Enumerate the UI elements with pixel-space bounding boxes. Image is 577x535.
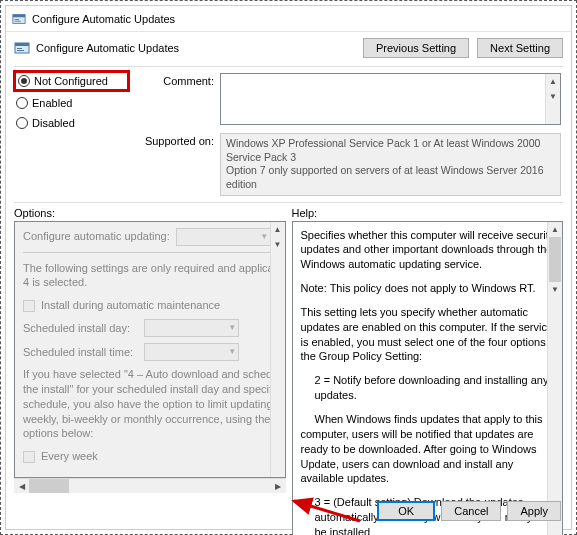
state-row: Not Configured Enabled Disabled Comment:… — [6, 69, 571, 198]
scroll-down-icon[interactable]: ▼ — [546, 89, 560, 104]
highlight-box: Not Configured — [13, 70, 130, 92]
configure-updating-row: Configure automatic updating: — [23, 228, 281, 246]
scrollbar-vertical[interactable]: ▲ ▼ — [547, 222, 562, 535]
scroll-down-icon[interactable]: ▼ — [548, 282, 562, 297]
scroll-up-icon[interactable]: ▲ — [271, 222, 285, 237]
radio-not-configured[interactable]: Not Configured — [18, 75, 108, 87]
help-panel: Help: Specifies whether this computer wi… — [292, 207, 564, 493]
comment-row: Comment: ▲ ▼ — [134, 73, 561, 125]
supported-label: Supported on: — [134, 133, 214, 196]
supported-text: Windows XP Professional Service Pack 1 o… — [220, 133, 561, 196]
options-panel: Options: Configure automatic updating: T… — [14, 207, 286, 493]
divider — [14, 66, 563, 67]
arrow-annotation — [284, 491, 364, 525]
help-box: Specifies whether this computer will rec… — [292, 221, 564, 535]
scroll-up-icon[interactable]: ▲ — [546, 74, 560, 89]
svg-rect-7 — [17, 50, 24, 51]
radio-label: Enabled — [32, 97, 72, 109]
options-label: Options: — [14, 207, 286, 221]
next-setting-button[interactable]: Next Setting — [477, 38, 563, 58]
panels-row: Options: Configure automatic updating: T… — [6, 203, 571, 493]
titlebar: Configure Automatic Updates — [6, 6, 571, 32]
svg-rect-2 — [15, 19, 19, 20]
scheduled-day-label: Scheduled install day: — [23, 321, 138, 336]
scroll-up-icon[interactable]: ▲ — [548, 222, 562, 237]
svg-rect-3 — [15, 20, 21, 21]
help-paragraph: This setting lets you specify whether au… — [301, 305, 559, 364]
header-row: Configure Automatic Updates Previous Set… — [6, 32, 571, 64]
dialog-window: Configure Automatic Updates Configure Au… — [5, 5, 572, 530]
svg-rect-6 — [17, 48, 22, 49]
svg-rect-5 — [15, 43, 29, 46]
policy-icon — [14, 40, 30, 56]
help-paragraph: 2 = Notify before downloading and instal… — [301, 373, 559, 403]
comment-label: Comment: — [134, 73, 214, 125]
help-paragraph: When Windows finds updates that apply to… — [301, 412, 559, 486]
schedule-note: If you have selected "4 – Auto download … — [23, 367, 281, 441]
every-week-checkbox[interactable] — [23, 451, 35, 463]
state-radio-group: Not Configured Enabled Disabled — [16, 73, 126, 129]
policy-icon — [12, 12, 26, 26]
apply-button[interactable]: Apply — [507, 501, 561, 521]
radio-label: Not Configured — [34, 75, 108, 87]
scrollbar-vertical[interactable]: ▲ ▼ — [545, 74, 560, 124]
comment-textarea[interactable]: ▲ ▼ — [220, 73, 561, 125]
footer-buttons: OK Cancel Apply — [6, 493, 571, 529]
supported-row: Supported on: Windows XP Professional Se… — [134, 133, 561, 196]
radio-disabled[interactable]: Disabled — [16, 117, 126, 129]
scheduled-time-dropdown[interactable] — [144, 343, 239, 361]
scrollbar-thumb[interactable] — [549, 237, 561, 282]
install-maintenance-checkbox[interactable] — [23, 300, 35, 312]
configure-updating-label: Configure automatic updating: — [23, 229, 170, 244]
scrollbar-horizontal[interactable]: ◀ ▶ — [14, 478, 286, 493]
scheduled-day-dropdown[interactable] — [144, 319, 239, 337]
scheduled-time-row: Scheduled install time: — [23, 343, 281, 361]
install-maintenance-label: Install during automatic maintenance — [41, 298, 220, 313]
previous-setting-button[interactable]: Previous Setting — [363, 38, 469, 58]
options-note: The following settings are only required… — [23, 261, 281, 291]
help-paragraph: Specifies whether this computer will rec… — [301, 228, 559, 273]
help-label: Help: — [292, 207, 564, 221]
divider — [23, 252, 281, 253]
radio-icon — [16, 117, 28, 129]
radio-enabled[interactable]: Enabled — [16, 97, 126, 109]
cancel-button[interactable]: Cancel — [441, 501, 501, 521]
scrollbar-thumb[interactable] — [29, 479, 69, 493]
help-paragraph: Note: This policy does not apply to Wind… — [301, 281, 559, 296]
install-maintenance-row: Install during automatic maintenance — [23, 298, 281, 313]
window-title: Configure Automatic Updates — [32, 13, 175, 25]
options-box: Configure automatic updating: The follow… — [14, 221, 286, 478]
scrollbar-vertical[interactable]: ▲ ▼ — [270, 222, 285, 477]
every-week-row: Every week — [23, 449, 281, 464]
scroll-left-icon[interactable]: ◀ — [14, 479, 29, 493]
scheduled-day-row: Scheduled install day: — [23, 319, 281, 337]
scroll-down-icon[interactable]: ▼ — [271, 237, 285, 252]
svg-rect-1 — [13, 14, 25, 17]
radio-icon — [16, 97, 28, 109]
header-title: Configure Automatic Updates — [36, 42, 179, 54]
help-text: Specifies whether this computer will rec… — [293, 222, 563, 535]
ok-button[interactable]: OK — [377, 501, 435, 521]
scheduled-time-label: Scheduled install time: — [23, 345, 138, 360]
scroll-right-icon[interactable]: ▶ — [271, 479, 286, 493]
every-week-label: Every week — [41, 449, 98, 464]
radio-label: Disabled — [32, 117, 75, 129]
configure-updating-dropdown[interactable] — [176, 228, 271, 246]
svg-line-9 — [294, 501, 360, 521]
radio-icon — [18, 75, 30, 87]
